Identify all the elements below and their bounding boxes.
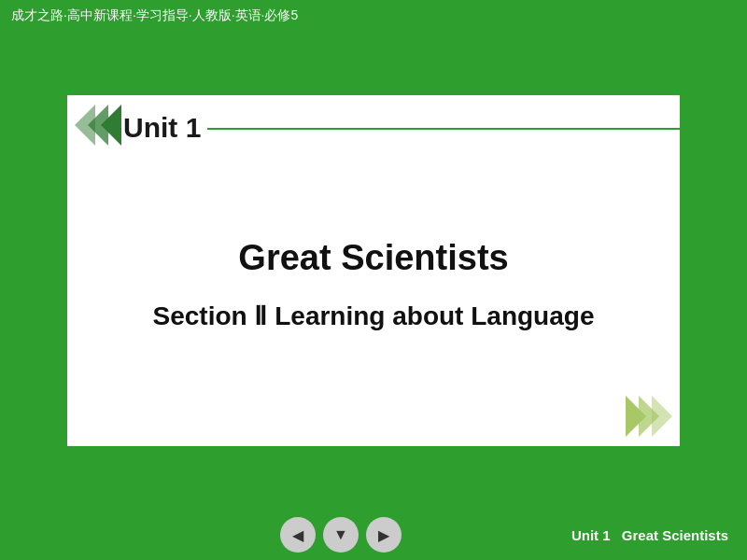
unit-title: Unit 1 xyxy=(123,112,201,144)
footer-unit: Unit 1 xyxy=(571,527,611,543)
top-bar-title: 成才之路·高中新课程·学习指导·人教版·英语·必修5 xyxy=(11,7,298,24)
header-divider-line xyxy=(207,128,680,130)
bottom-bar: ◀ ▼ ▶ Unit 1 Great Scientists xyxy=(0,510,747,560)
prev-button[interactable]: ◀ xyxy=(280,517,316,553)
nav-buttons: ◀ ▼ ▶ xyxy=(280,517,402,553)
footer-text: Unit 1 Great Scientists xyxy=(571,527,728,543)
content-card: Unit 1 Great Scientists Section Ⅱ Learni… xyxy=(65,93,682,448)
right-arrow-3 xyxy=(652,396,672,437)
down-button[interactable]: ▼ xyxy=(323,517,359,553)
footer-title: Great Scientists xyxy=(622,527,728,543)
main-area: Unit 1 Great Scientists Section Ⅱ Learni… xyxy=(0,32,747,510)
card-header: Unit 1 xyxy=(67,95,680,161)
card-body: Great Scientists Section Ⅱ Learning abou… xyxy=(125,238,623,331)
section-label: Section Ⅱ Learning about Language xyxy=(153,301,595,331)
main-title: Great Scientists xyxy=(153,238,595,278)
right-arrows-decoration xyxy=(626,396,672,437)
top-bar: 成才之路·高中新课程·学习指导·人教版·英语·必修5 xyxy=(0,0,747,32)
next-button[interactable]: ▶ xyxy=(366,517,402,553)
